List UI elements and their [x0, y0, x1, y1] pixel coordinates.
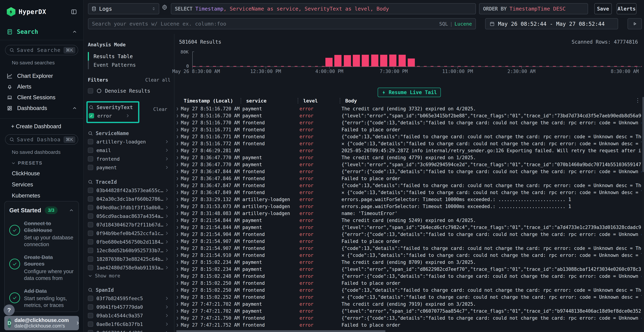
row-expand-chevron-icon[interactable]: ❯ [174, 190, 181, 194]
filter-only-chevron-right-icon[interactable] [164, 222, 170, 227]
sidebar-item-search[interactable]: Search [7, 28, 77, 35]
filter-only-chevron-right-icon[interactable] [164, 296, 170, 301]
filter-checkbox[interactable]: ✓ [89, 113, 94, 118]
filter-checkbox[interactable] [88, 330, 93, 332]
table-row[interactable]: ❯May 27 8:21:54.907 AMfrontenderrorFaile… [174, 238, 642, 245]
histogram-bar[interactable] [398, 55, 406, 66]
filter-value-row[interactable]: 0ae8e1f6c6b37fb1 [88, 320, 172, 328]
filter-checkbox[interactable] [88, 139, 93, 144]
filter-checkbox[interactable] [88, 148, 93, 153]
histogram-bar[interactable] [371, 54, 378, 66]
table-row[interactable]: ❯May 27 8:51:16.771 AMfrontenderrorFaile… [174, 126, 642, 133]
source-select[interactable]: Logs [88, 3, 159, 14]
table-row[interactable]: ❯May 27 8:21:54.907 AMfrontenderror{"cod… [174, 245, 642, 252]
filter-only-chevron-right-icon[interactable] [164, 156, 170, 161]
row-expand-chevron-icon[interactable]: ❯ [174, 288, 181, 292]
table-row[interactable]: ❯May 27 8:31:48.083 AMartillery-loadgene… [174, 210, 642, 217]
filter-checkbox[interactable] [88, 322, 93, 327]
filter-only-chevron-right-icon[interactable] [164, 313, 170, 318]
filter-value-row[interactable]: email [88, 146, 172, 154]
order-by-editor[interactable]: ORDER BYTimestampTime DESC [479, 3, 588, 14]
user-menu[interactable]: D dale@clickhouse.com dale@clickhouse.co… [4, 316, 79, 330]
filter-only-chevron-right-icon[interactable] [164, 205, 170, 210]
filter-only-chevron-right-icon[interactable] [164, 256, 170, 262]
row-expand-chevron-icon[interactable]: ❯ [174, 106, 181, 111]
filter-value-row[interactable]: 042a30c3dc1baf660b27863… [88, 194, 172, 203]
histogram-bar[interactable] [353, 55, 360, 66]
table-row[interactable]: ❯May 27 8:36:47.770 AMpaymenterror{"leve… [174, 161, 642, 168]
row-expand-chevron-icon[interactable]: ❯ [174, 274, 181, 278]
filter-value-row[interactable]: 0fbe680eb456750b2d1184c… [88, 238, 172, 246]
search-icon[interactable] [88, 180, 93, 184]
save-button[interactable]: Save [594, 3, 612, 14]
filter-only-chevron-right-icon[interactable] [164, 330, 170, 332]
filter-value-row[interactable]: payment [88, 163, 172, 172]
filter-checkbox[interactable] [88, 248, 93, 253]
row-expand-chevron-icon[interactable]: ❯ [174, 169, 181, 174]
table-row[interactable]: ❯May 27 8:15:02.250 AMfrontenderror{"cod… [174, 286, 642, 294]
filter-only-chevron-right-icon[interactable] [164, 265, 170, 270]
filter-value-row[interactable]: 0f94b9befe0b4252ccfa1c8… [88, 229, 172, 238]
filter-checkbox[interactable] [88, 313, 93, 318]
presets-section-toggle[interactable]: PRESETS [11, 160, 83, 166]
filter-only-chevron-right-icon[interactable] [164, 248, 170, 253]
filter-value-row[interactable]: 03b44828f42a3573ea655ce… [88, 186, 172, 194]
table-row[interactable]: ❯May 27 8:51:16.720 AMpaymenterror{"leve… [174, 112, 642, 119]
vertical-scrollbar[interactable] [642, 97, 644, 330]
row-expand-chevron-icon[interactable]: ❯ [174, 281, 181, 285]
lucene-search-input[interactable]: Search your events w/ Lucene ex. column:… [88, 18, 476, 29]
table-row[interactable]: ❯May 27 7:47:21.702 AMpaymenterror{"leve… [174, 308, 642, 314]
table-row[interactable]: ❯May 27 8:15:02.234 AMpaymenterror{"leve… [174, 266, 642, 272]
filter-checkbox[interactable] [88, 165, 93, 170]
search-icon[interactable] [88, 288, 93, 292]
row-expand-chevron-icon[interactable]: ❯ [174, 114, 181, 118]
table-row[interactable]: ❯May 27 8:33:29.132 AMartillery-loadgene… [174, 196, 642, 203]
filter-checkbox[interactable] [88, 256, 93, 262]
filter-checkbox[interactable] [88, 239, 93, 244]
show-more-button[interactable]: Show more [88, 272, 172, 280]
table-row[interactable]: ❯May 27 8:36:47.846 AMfrontenderrorFaile… [174, 175, 642, 182]
filter-only-chevron-right-icon[interactable] [164, 322, 170, 327]
row-expand-chevron-icon[interactable]: ❯ [174, 197, 181, 202]
sidebar-item-client-sessions[interactable]: Client Sessions [0, 92, 83, 103]
table-row[interactable]: ❯May 27 8:31:53.073 AMartillery-loadgene… [174, 203, 642, 210]
filter-value-row[interactable]: frontend [88, 154, 172, 163]
row-expand-chevron-icon[interactable]: ❯ [174, 232, 181, 236]
filter-value-row[interactable]: 03f7b824595feec5 [88, 294, 172, 303]
resume-live-tail-button[interactable]: Resume Live Tail [378, 88, 441, 97]
table-row[interactable]: ❯May 27 8:36:47.849 AMfrontenderror✕ {"c… [174, 189, 642, 196]
column-header-timestamp-local-[interactable]: Timestamp (Local) [179, 98, 240, 104]
saved-dashboards-input[interactable]: Saved Dashboards ⌘K [5, 134, 78, 145]
table-row[interactable]: ❯May 27 8:21:54.844 AMpaymenterrorThe cr… [174, 217, 642, 224]
table-row[interactable]: ❯May 27 8:15:02.250 AMfrontenderrorFaile… [174, 280, 642, 286]
row-expand-chevron-icon[interactable]: ❯ [174, 204, 181, 208]
table-row[interactable]: ❯May 27 8:51:16.720 AMpaymenterrorThe cr… [174, 105, 642, 112]
filter-value-row[interactable]: 09ab1c4544c9a357 [88, 311, 172, 320]
histogram-bar[interactable] [389, 54, 396, 66]
row-expand-chevron-icon[interactable]: ❯ [174, 246, 181, 250]
row-expand-chevron-icon[interactable]: ❯ [174, 120, 181, 125]
row-expand-chevron-icon[interactable]: ❯ [174, 148, 181, 153]
horizontal-scrollbar[interactable] [174, 330, 644, 332]
filter-checkbox[interactable] [88, 304, 93, 310]
histogram-bar[interactable] [380, 55, 387, 66]
analysis-mode-tab-event-patterns[interactable]: Event Patterns [88, 61, 174, 69]
preset-link-clickhouse[interactable]: ClickHouse [12, 170, 83, 177]
get-started-item[interactable]: Add DataStart sending logs, metrics, or … [9, 288, 74, 309]
chevron-up-icon[interactable] [69, 208, 74, 213]
date-range-picker[interactable]: May 26 08:52:44 - May 27 08:52:44 [485, 18, 618, 29]
run-query-button[interactable] [628, 18, 642, 29]
filter-only-chevron-right-icon[interactable] [164, 148, 170, 153]
get-started-item[interactable]: Connect to ClickHouseSet up your databas… [9, 220, 74, 248]
filter-only-chevron-right-icon[interactable] [164, 214, 170, 218]
row-expand-chevron-icon[interactable]: ❯ [174, 141, 181, 146]
column-options-kebab-icon[interactable]: ⋮ [635, 98, 640, 103]
sidebar-item-chart-explorer[interactable]: Chart Explorer [0, 71, 83, 82]
filter-value-row[interactable]: artillery-loadgen [88, 138, 172, 146]
histogram-bar[interactable] [326, 58, 332, 66]
histogram-bar[interactable] [362, 55, 369, 66]
table-row[interactable]: ❯May 27 8:46:29.281 AMerror2025-05-26T09… [174, 147, 642, 154]
denoise-checkbox[interactable] [88, 88, 93, 94]
chevron-up-icon[interactable] [72, 106, 77, 111]
clear-all-filters-button[interactable]: Clear all [145, 77, 170, 83]
